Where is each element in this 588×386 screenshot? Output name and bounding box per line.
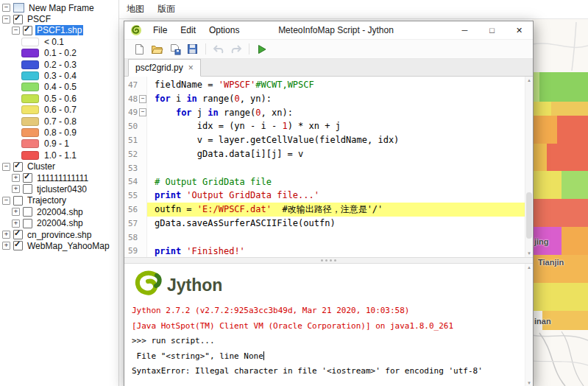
legend-swatch[interactable] bbox=[21, 151, 39, 160]
menu-edit[interactable]: Edit bbox=[174, 21, 202, 39]
tree-label[interactable]: < 0.1 bbox=[43, 37, 65, 47]
code-line-58[interactable] bbox=[147, 231, 525, 245]
expand-icon[interactable]: + bbox=[12, 220, 20, 228]
code-line-51[interactable]: v = layer.getCellValue(fieldName, idx) bbox=[147, 133, 525, 147]
legend-swatch[interactable] bbox=[21, 128, 39, 137]
tree-row-111111111111[interactable]: +111111111111 bbox=[0, 172, 118, 183]
layer-checkbox[interactable] bbox=[13, 241, 23, 250]
layer-checkbox[interactable] bbox=[23, 207, 32, 217]
collapse-icon[interactable]: − bbox=[2, 4, 10, 12]
tree-row-0-2-0-3[interactable]: 0.2 - 0.3 bbox=[0, 59, 118, 70]
menu-layout[interactable]: 版面 bbox=[151, 1, 182, 18]
code-line-57[interactable]: gData.saveAsSurferASCIIFile(outfn) bbox=[147, 217, 525, 231]
tree-row-webmap-yahoomap[interactable]: +WebMap_YahooMap bbox=[0, 240, 118, 251]
editor-vscrollbar[interactable]: ▴ ▾ bbox=[525, 77, 533, 257]
collapse-icon[interactable]: − bbox=[2, 163, 10, 171]
legend-swatch[interactable] bbox=[21, 71, 39, 80]
tree-label[interactable]: PSCF1.shp bbox=[35, 25, 83, 35]
tree-row-new-map-frame[interactable]: −New Map Frame bbox=[0, 2, 118, 13]
collapse-icon[interactable]: − bbox=[12, 27, 20, 35]
tree-row-0-1[interactable]: < 0.1 bbox=[0, 36, 118, 47]
tree-label[interactable]: 202004.shp bbox=[35, 218, 85, 228]
layer-checkbox[interactable] bbox=[13, 230, 23, 239]
tree-label[interactable]: 0.9 - 1 bbox=[43, 138, 71, 149]
code-line-59[interactable]: print 'Finished!' bbox=[147, 245, 525, 257]
tree-row-0-8-0-9[interactable]: 0.8 - 0.9 bbox=[0, 127, 118, 138]
tree-row-0-6-0-7[interactable]: 0.6 - 0.7 bbox=[0, 105, 118, 116]
tree-label[interactable]: 0.7 - 0.8 bbox=[43, 116, 78, 127]
close-button[interactable]: ✕ bbox=[506, 21, 533, 39]
scrollbar-thumb[interactable] bbox=[526, 192, 532, 239]
tree-row-0-7-0-8[interactable]: 0.7 - 0.8 bbox=[0, 116, 118, 127]
menu-options[interactable]: Options bbox=[202, 21, 246, 39]
code-line-49[interactable]: for j in range(0, xn): bbox=[147, 106, 525, 120]
tree-row-pscf1-shp[interactable]: −PSCF1.shp bbox=[0, 25, 118, 36]
code-line-54[interactable]: # Output GridData file bbox=[147, 175, 525, 189]
code-line-52[interactable]: gData.data[i][j] = v bbox=[147, 147, 525, 161]
run-script-button[interactable] bbox=[253, 41, 270, 57]
expand-icon[interactable]: + bbox=[2, 242, 10, 250]
legend-swatch[interactable] bbox=[21, 83, 39, 91]
tree-label[interactable]: New Map Frame bbox=[27, 3, 96, 13]
code-area[interactable]: fieldName = 'WPSCF'#WCWT,WPSCFfor i in r… bbox=[147, 77, 525, 257]
tree-label[interactable]: cn_province.shp bbox=[26, 230, 93, 240]
tree-label[interactable]: 1.0 - 1.1 bbox=[43, 150, 78, 161]
map-view[interactable]: jingTianjininan bbox=[532, 0, 588, 386]
scroll-up-icon[interactable]: ▴ bbox=[528, 264, 531, 270]
legend-swatch[interactable] bbox=[21, 139, 39, 148]
layer-checkbox[interactable] bbox=[23, 26, 32, 35]
tree-row-202004-shp[interactable]: +202004.shp bbox=[0, 206, 118, 217]
tree-row-0-1-0-2[interactable]: 0.1 - 0.2 bbox=[0, 48, 118, 59]
tree-label[interactable]: 0.1 - 0.2 bbox=[43, 48, 78, 58]
code-editor[interactable]: 4748−49−50515253545556575859 fieldName =… bbox=[124, 77, 533, 257]
code-line-47[interactable]: fieldName = 'WPSCF'#WCWT,WPSCF bbox=[147, 78, 525, 92]
layer-checkbox[interactable] bbox=[23, 173, 32, 183]
tab-close-icon[interactable]: × bbox=[188, 63, 194, 72]
code-line-50[interactable]: idx = (yn - i - 1) * xn + j bbox=[147, 119, 525, 133]
collapse-icon[interactable]: − bbox=[2, 197, 10, 205]
tree-row-0-9-1[interactable]: 0.9 - 1 bbox=[0, 138, 118, 150]
tree-row-pscf[interactable]: −PSCF bbox=[0, 13, 118, 24]
scroll-up-icon[interactable]: ▴ bbox=[528, 77, 531, 83]
scroll-down-icon[interactable]: ▾ bbox=[528, 250, 531, 256]
tree-label[interactable]: 0.3 - 0.4 bbox=[43, 71, 78, 81]
fold-collapse-icon[interactable]: − bbox=[139, 95, 146, 103]
minimize-button[interactable]: ─ bbox=[451, 21, 478, 39]
fold-collapse-icon[interactable]: − bbox=[139, 108, 146, 116]
save-as-button[interactable] bbox=[166, 41, 183, 57]
code-line-55[interactable]: print 'Output GridData file...' bbox=[147, 189, 525, 203]
expand-icon[interactable]: + bbox=[12, 174, 20, 182]
tree-label[interactable]: Cluster bbox=[26, 161, 57, 172]
maximize-button[interactable]: □ bbox=[478, 21, 506, 39]
legend-swatch[interactable] bbox=[21, 94, 39, 103]
tab-pscf2grid[interactable]: pscf2grid.py × bbox=[128, 59, 201, 77]
tree-row-0-5-0-6[interactable]: 0.5 - 0.6 bbox=[0, 93, 118, 104]
tree-label[interactable]: 202004.shp bbox=[35, 207, 85, 217]
legend-swatch[interactable] bbox=[21, 60, 39, 69]
tree-label[interactable]: 0.8 - 0.9 bbox=[43, 127, 78, 138]
layer-checkbox[interactable] bbox=[13, 196, 23, 206]
tree-row-0-4-0-5[interactable]: 0.4 - 0.5 bbox=[0, 82, 118, 93]
legend-swatch[interactable] bbox=[21, 105, 39, 114]
expand-icon[interactable]: + bbox=[12, 185, 20, 193]
console-vscrollbar[interactable]: ▴ ▾ bbox=[525, 264, 533, 386]
tree-label[interactable]: WebMap_YahooMap bbox=[26, 241, 111, 251]
code-line-56[interactable]: outfn = 'E:/WPSCF.dat' #改输出路径，注意是'/' bbox=[147, 203, 525, 217]
save-button[interactable] bbox=[184, 41, 201, 57]
tree-label[interactable]: 0.2 - 0.3 bbox=[43, 60, 78, 70]
collapse-icon[interactable]: − bbox=[2, 15, 10, 24]
tree-label[interactable]: 111111111111 bbox=[35, 173, 90, 183]
expand-icon[interactable]: + bbox=[12, 208, 20, 216]
tree-label[interactable]: 0.5 - 0.6 bbox=[43, 94, 78, 104]
legend-swatch[interactable] bbox=[21, 38, 39, 46]
tree-label[interactable]: 0.6 - 0.7 bbox=[43, 105, 78, 115]
layer-checkbox[interactable] bbox=[13, 15, 23, 24]
tree-row-cluster[interactable]: −Cluster bbox=[0, 161, 118, 172]
tree-label[interactable]: 0.4 - 0.5 bbox=[43, 82, 78, 92]
code-line-48[interactable]: for i in range(0, yn): bbox=[147, 92, 525, 106]
code-line-53[interactable] bbox=[147, 161, 525, 175]
tree-row-0-3-0-4[interactable]: 0.3 - 0.4 bbox=[0, 70, 118, 81]
script-window-titlebar[interactable]: File Edit Options MeteoInfoMap Script - … bbox=[124, 21, 533, 40]
scroll-down-icon[interactable]: ▾ bbox=[528, 380, 531, 386]
tree-row-tjcluster0430[interactable]: +tjcluster0430 bbox=[0, 183, 118, 194]
